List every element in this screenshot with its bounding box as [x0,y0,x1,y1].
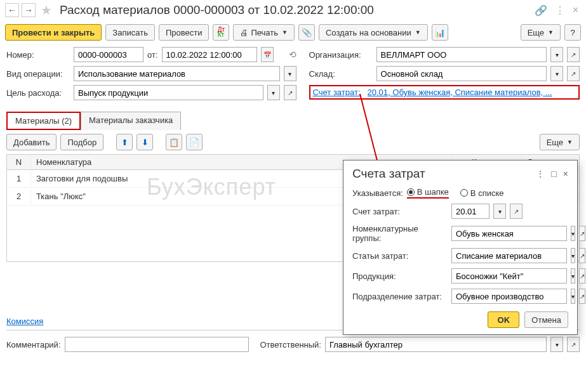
p-nomgrp-label: Номенклатурные группы: [352,224,448,243]
resp-dd[interactable]: ▾ [550,337,563,352]
comment-label: Комментарий: [6,340,61,350]
attach-button[interactable]: 📎 [298,24,315,41]
dtkt-button[interactable]: ДтКт [213,24,229,41]
p-acc-label: Счет затрат: [352,207,448,216]
date-input[interactable] [162,47,257,62]
radio-list[interactable]: В списке [460,188,504,198]
wh-label: Склад: [309,69,373,79]
purpose-dropdown[interactable]: ▾ [267,85,280,100]
comment-input[interactable] [65,337,249,352]
print-button[interactable]: 🖨 Печать▼ [233,24,295,41]
moveup-button[interactable]: ⬆ [116,134,133,150]
org-dropdown[interactable]: ▾ [550,47,563,62]
purpose-open[interactable]: ↗ [284,85,296,100]
add-button[interactable]: Добавить [6,134,57,150]
wh-dropdown[interactable]: ▾ [550,66,563,81]
org-open[interactable]: ↗ [567,47,580,62]
resp-input[interactable] [325,337,547,352]
post-close-button[interactable]: Провести и закрыть [5,24,102,41]
org-label: Организация: [309,50,373,60]
post-button[interactable]: Провести [159,24,210,41]
number-input[interactable] [74,47,143,62]
p-nomgrp-dd[interactable]: ▾ [571,226,575,241]
paste-button[interactable]: 📄 [186,134,203,150]
optype-input[interactable] [74,66,280,81]
radio-header[interactable]: В шапке [407,187,449,199]
copy-button[interactable]: 📋 [166,134,182,150]
popup-title: Счета затрат [352,167,425,181]
p-acc-input[interactable] [451,204,489,219]
calendar-icon[interactable]: 📅 [261,47,274,62]
wh-input[interactable] [376,66,547,81]
popup-cancel-button[interactable]: Отмена [524,311,568,328]
window-title: Расход материалов 0000-000003 от 10.02.2… [60,3,529,17]
popup-close-icon[interactable]: × [563,169,568,179]
date-label: от: [147,50,158,60]
p-prod-open[interactable]: ↗ [579,268,585,284]
menu-icon[interactable]: ⋮ [555,4,565,16]
p-acc-open[interactable]: ↗ [510,204,523,219]
p-subdiv-input[interactable] [451,289,567,304]
optype-dropdown[interactable]: ▾ [284,66,296,81]
tab-customer[interactable]: Материалы заказчика [81,112,181,130]
pick-button[interactable]: Подбор [60,134,103,150]
th-n[interactable]: N [7,155,31,169]
write-button[interactable]: Записать [105,24,155,41]
revert-icon[interactable]: ⟲ [289,49,296,60]
p-costitem-open[interactable]: ↗ [579,248,585,263]
p-costitem-dd[interactable]: ▾ [571,248,575,263]
movedown-button[interactable]: ⬇ [137,134,153,150]
tab-materials[interactable]: Материалы (2) [6,112,81,130]
p-prod-label: Продукция: [352,271,448,281]
p-subdiv-dd[interactable]: ▾ [571,289,575,304]
org-input[interactable] [376,47,547,62]
p-acc-dd[interactable]: ▾ [493,204,506,219]
costacc-label[interactable]: Счет затрат: [313,88,364,97]
resp-label: Ответственный: [260,340,321,350]
link-icon[interactable]: 🔗 [535,4,547,16]
p-costitem-label: Статьи затрат: [352,251,448,261]
costacc-link[interactable]: 20.01, Обувь женская, Списание материало… [368,88,576,97]
report-button[interactable]: 📊 [432,24,448,41]
p-prod-input[interactable] [451,268,567,284]
create-based-button[interactable]: Создать на основании▼ [319,24,428,41]
p-subdiv-label: Подразделение затрат: [352,292,448,301]
commission-link[interactable]: Комиссия [6,317,43,326]
more-button[interactable]: Еще▼ [521,24,561,41]
popup-max-icon[interactable]: □ [551,169,556,179]
purpose-input[interactable] [74,85,263,100]
p-costitem-input[interactable] [451,248,567,263]
help-button[interactable]: ? [564,24,581,41]
close-icon[interactable]: × [573,4,578,16]
wh-open[interactable]: ↗ [567,66,580,81]
p-nomgrp-input[interactable] [451,226,567,241]
cost-accounts-popup: Счета затрат ⋮ □ × Указывается: В шапке … [343,160,578,335]
table-more-button[interactable]: Еще▼ [540,134,580,150]
p-nomgrp-open[interactable]: ↗ [579,226,585,241]
star-icon[interactable]: ★ [41,3,52,18]
purpose-label: Цель расхода: [6,88,70,98]
popup-menu-icon[interactable]: ⋮ [536,169,545,179]
resp-open[interactable]: ↗ [567,337,580,352]
nav-fwd[interactable]: → [22,3,36,17]
p-prod-dd[interactable]: ▾ [571,268,575,284]
spec-label: Указывается: [352,188,403,198]
optype-label: Вид операции: [6,69,70,79]
p-subdiv-open[interactable]: ↗ [579,289,585,304]
nav-back[interactable]: ← [5,3,19,17]
number-label: Номер: [6,50,70,60]
popup-ok-button[interactable]: OK [488,311,519,328]
